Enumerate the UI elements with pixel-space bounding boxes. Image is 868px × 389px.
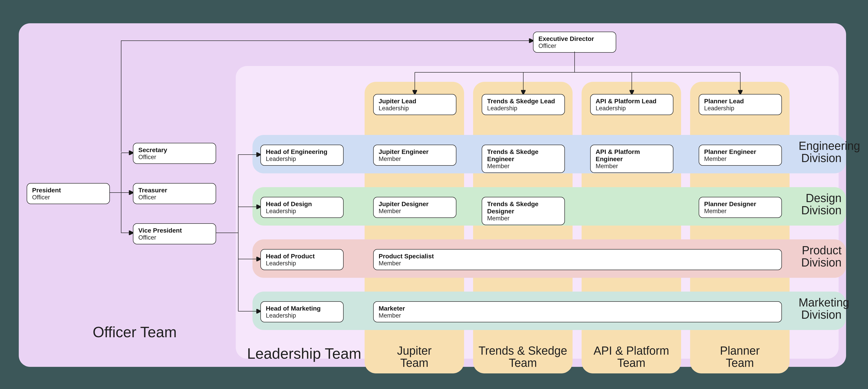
exec-dir-sub: Officer: [538, 42, 611, 50]
api-lead-sub: Leadership: [596, 105, 668, 112]
planner-engineer-card: Planner Engineer Member: [699, 145, 782, 166]
jupiter-designer-card: Jupiter Designer Member: [373, 197, 456, 218]
trends-lead-title: Trends & Skedge Lead: [487, 98, 559, 105]
president-title: President: [32, 187, 104, 194]
marketing-division-label: Marketing Division: [799, 297, 842, 321]
head-prod-sub: Leadership: [266, 260, 338, 267]
treasurer-card: Treasurer Officer: [133, 183, 216, 204]
exec-dir-title: Executive Director: [538, 35, 611, 42]
api-eng-sub: Member: [596, 163, 668, 170]
vice-president-card: Vice President Officer: [133, 223, 216, 244]
trends-des-sub: Member: [487, 215, 559, 222]
secretary-card: Secretary Officer: [133, 143, 216, 164]
jupiter-team-label: Jupiter Team: [365, 345, 464, 369]
planner-team-label: Planner Team: [690, 345, 789, 369]
api-lead-title: API & Platform Lead: [596, 98, 668, 105]
marketer-sub: Member: [379, 312, 776, 319]
head-eng-sub: Leadership: [266, 156, 338, 163]
prod-spec-sub: Member: [379, 260, 776, 267]
jup-des-title: Jupiter Designer: [379, 200, 451, 208]
officer-team-label: Officer Team: [93, 324, 177, 340]
api-platform-team-label: API & Platform Team: [582, 345, 681, 369]
jup-eng-sub: Member: [379, 156, 451, 163]
trends-eng-sub: Member: [487, 163, 559, 170]
plan-eng-sub: Member: [704, 156, 776, 163]
vp-sub: Officer: [138, 234, 211, 241]
api-engineer-card: API & Platform Engineer Member: [590, 145, 673, 173]
head-prod-title: Head of Product: [266, 253, 338, 260]
trends-lead-card: Trends & Skedge Lead Leadership: [482, 94, 565, 115]
design-division-label: Design Division: [799, 192, 842, 216]
head-des-title: Head of Design: [266, 200, 338, 208]
head-des-sub: Leadership: [266, 208, 338, 215]
org-chart-canvas: { "labels": { "officer_team": "Officer T…: [0, 0, 868, 389]
api-lead-card: API & Platform Lead Leadership: [590, 94, 673, 115]
head-eng-title: Head of Engineering: [266, 148, 338, 156]
trends-engineer-card: Trends & Skedge Engineer Member: [482, 145, 565, 173]
planner-lead-title: Planner Lead: [704, 98, 776, 105]
marketer-card: Marketer Member: [373, 301, 782, 322]
plan-des-sub: Member: [704, 208, 776, 215]
president-sub: Officer: [32, 194, 104, 201]
trends-skedge-team-label: Trends & Skedge Team: [473, 345, 572, 369]
planner-lead-sub: Leadership: [704, 105, 776, 112]
jupiter-lead-title: Jupiter Lead: [379, 98, 451, 105]
marketer-title: Marketer: [379, 305, 776, 312]
plan-eng-title: Planner Engineer: [704, 148, 776, 156]
vp-title: Vice President: [138, 227, 211, 234]
head-mkt-sub: Leadership: [266, 312, 338, 319]
jup-des-sub: Member: [379, 208, 451, 215]
president-card: President Officer: [27, 183, 110, 204]
product-specialist-card: Product Specialist Member: [373, 249, 782, 270]
plan-des-title: Planner Designer: [704, 200, 776, 208]
trends-designer-card: Trends & Skedge Designer Member: [482, 197, 565, 225]
engineering-division-label: Engineering Division: [799, 140, 842, 164]
planner-designer-card: Planner Designer Member: [699, 197, 782, 218]
treasurer-title: Treasurer: [138, 187, 211, 194]
planner-lead-card: Planner Lead Leadership: [699, 94, 782, 115]
secretary-sub: Officer: [138, 154, 211, 161]
product-division-label: Product Division: [799, 244, 842, 268]
api-eng-title: API & Platform Engineer: [596, 148, 668, 163]
leadership-team-label: Leadership Team: [247, 346, 361, 361]
jupiter-lead-card: Jupiter Lead Leadership: [373, 94, 456, 115]
prod-spec-title: Product Specialist: [379, 253, 776, 260]
head-of-product-card: Head of Product Leadership: [260, 249, 344, 270]
head-mkt-title: Head of Marketing: [266, 305, 338, 312]
treasurer-sub: Officer: [138, 194, 211, 201]
jupiter-engineer-card: Jupiter Engineer Member: [373, 145, 456, 166]
executive-director-card: Executive Director Officer: [533, 32, 616, 53]
jupiter-lead-sub: Leadership: [379, 105, 451, 112]
head-of-design-card: Head of Design Leadership: [260, 197, 344, 218]
trends-des-title: Trends & Skedge Designer: [487, 200, 559, 215]
trends-lead-sub: Leadership: [487, 105, 559, 112]
trends-eng-title: Trends & Skedge Engineer: [487, 148, 559, 163]
secretary-title: Secretary: [138, 147, 211, 154]
head-of-engineering-card: Head of Engineering Leadership: [260, 145, 344, 166]
head-of-marketing-card: Head of Marketing Leadership: [260, 301, 344, 322]
jup-eng-title: Jupiter Engineer: [379, 148, 451, 156]
